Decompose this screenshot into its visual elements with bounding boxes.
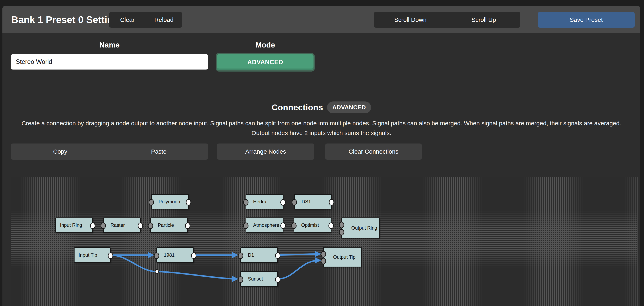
clear-button[interactable]: Clear <box>109 12 146 28</box>
graph-node-ds1[interactable]: DS1 <box>294 194 332 209</box>
page-title: Bank 1 Preset 0 Settings <box>11 6 124 33</box>
graph-node-input-tip[interactable]: Input Tip <box>74 247 111 263</box>
graph-node-label: Optimist <box>301 222 319 228</box>
output-port[interactable] <box>329 199 334 206</box>
preset-name-input[interactable] <box>11 54 208 70</box>
graph-node-output-ring[interactable]: Output Ring <box>342 217 380 238</box>
output-port[interactable] <box>138 222 143 229</box>
output-port[interactable] <box>280 222 286 229</box>
graph-node-polymoon[interactable]: Polymoon <box>151 194 189 209</box>
header-scroll-button-group: Scroll Down Scroll Up <box>374 12 520 28</box>
arrange-nodes-button[interactable]: Arrange Nodes <box>217 144 314 160</box>
output-port[interactable] <box>108 252 113 259</box>
graph-node-label: Sunset <box>248 276 263 282</box>
graph-node-output-tip[interactable]: Output Tip <box>323 247 362 267</box>
input-port[interactable] <box>339 222 344 228</box>
scroll-up-button[interactable]: Scroll Up <box>447 12 520 28</box>
input-port[interactable] <box>321 251 326 257</box>
output-port[interactable] <box>185 222 190 229</box>
graph-node-label: Output Tip <box>333 254 356 260</box>
node-graph-canvas[interactable]: PolymoonHedraDS1Input RingRasterParticle… <box>11 177 638 306</box>
graph-node-particle[interactable]: Particle <box>150 217 188 233</box>
input-port[interactable] <box>321 258 326 264</box>
output-port[interactable] <box>90 222 95 229</box>
graph-node-input-ring[interactable]: Input Ring <box>55 217 93 233</box>
graph-node-label: Hedra <box>253 199 266 204</box>
graph-node-label: Raster <box>110 222 125 228</box>
input-port[interactable] <box>339 229 344 235</box>
graph-node-label: D1 <box>248 252 254 258</box>
graph-node-sunset[interactable]: Sunset <box>240 271 278 286</box>
graph-node-label: Input Ring <box>60 222 82 228</box>
mode-label: Mode <box>217 41 314 49</box>
clear-connections-button-wrap: Clear Connections <box>325 144 422 160</box>
input-port[interactable] <box>291 222 296 229</box>
reload-button[interactable]: Reload <box>146 12 182 28</box>
header-bar: Bank 1 Preset 0 Settings Clear Reload Sc… <box>2 6 640 33</box>
graph-node-raster[interactable]: Raster <box>103 217 140 233</box>
graph-node-d1[interactable]: D1 <box>240 247 278 263</box>
connections-title: Connections <box>272 103 323 112</box>
connections-heading-row: Connections ADVANCED <box>2 102 640 113</box>
name-label: Name <box>11 41 208 49</box>
graph-node-atmosphere[interactable]: Atmosphere <box>246 217 283 233</box>
scroll-down-button[interactable]: Scroll Down <box>374 12 447 28</box>
advanced-badge: ADVANCED <box>327 102 371 113</box>
mode-advanced-button[interactable]: ADVANCED <box>217 54 314 70</box>
graph-node-hedra[interactable]: Hedra <box>246 194 283 209</box>
graph-node-label: Input Tip <box>78 252 97 258</box>
graph-node-label: Atmosphere <box>253 222 279 228</box>
input-port[interactable] <box>243 222 248 229</box>
input-port[interactable] <box>292 199 297 206</box>
output-port[interactable] <box>280 199 286 206</box>
clear-connections-button[interactable]: Clear Connections <box>325 144 422 160</box>
input-port[interactable] <box>238 252 243 259</box>
save-preset-button[interactable]: Save Preset <box>538 12 635 28</box>
graph-node-label: 1981 <box>164 252 174 258</box>
copy-button[interactable]: Copy <box>11 144 110 160</box>
input-port[interactable] <box>148 222 153 229</box>
graph-node-label: Output Ring <box>351 225 377 231</box>
copy-paste-button-group: Copy Paste <box>11 144 208 160</box>
input-port[interactable] <box>149 199 154 206</box>
graph-node-label: Polymoon <box>158 199 180 204</box>
graph-node-1981[interactable]: 1981 <box>156 247 194 263</box>
header-edit-button-group: Clear Reload <box>109 12 182 28</box>
input-port[interactable] <box>100 222 106 229</box>
graph-node-label: DS1 <box>302 199 311 204</box>
graph-node-label: Particle <box>158 222 174 228</box>
output-port[interactable] <box>186 199 191 206</box>
arrange-nodes-button-wrap: Arrange Nodes <box>217 144 314 160</box>
output-port[interactable] <box>275 252 280 259</box>
connections-description: Create a connection by dragging a node o… <box>12 118 630 138</box>
graph-node-optimist[interactable]: Optimist <box>294 217 331 233</box>
input-port[interactable] <box>243 199 248 206</box>
input-port[interactable] <box>238 276 243 283</box>
preset-editor-page: Bank 1 Preset 0 Settings Clear Reload Sc… <box>0 0 644 306</box>
graph-node-layer: PolymoonHedraDS1Input RingRasterParticle… <box>11 177 638 306</box>
settings-panel: Bank 1 Preset 0 Settings Clear Reload Sc… <box>2 6 640 306</box>
output-port[interactable] <box>191 252 196 259</box>
output-port[interactable] <box>275 276 280 283</box>
input-port[interactable] <box>154 252 159 259</box>
paste-button[interactable]: Paste <box>110 144 208 160</box>
output-port[interactable] <box>328 222 334 229</box>
